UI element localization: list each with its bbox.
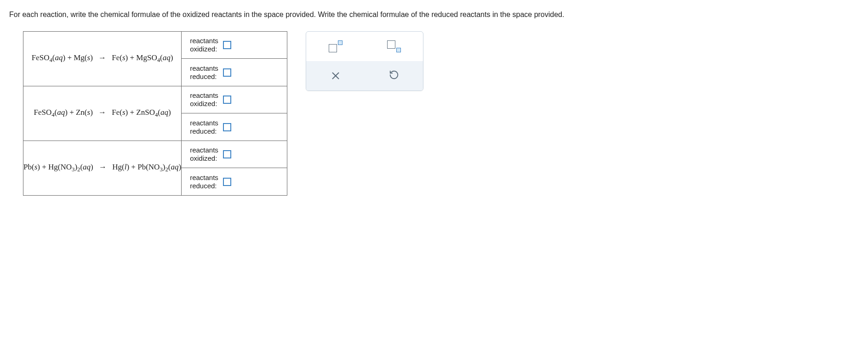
oxidized-label: reactantsoxidized: <box>190 146 218 163</box>
oxidized-label: reactantsoxidized: <box>190 91 218 108</box>
reduced-row: reactantsreduced: <box>182 168 287 195</box>
reaction-row: FeSO4(aq) + Mg(s) → Fe(s) + MgSO4(aq)rea… <box>23 32 287 86</box>
reduced-row: reactantsreduced: <box>182 113 287 141</box>
toolbox-row-top <box>306 32 423 61</box>
instructions-text: For each reaction, write the chemical fo… <box>9 9 859 20</box>
equation-cell: Pb(s) + Hg(NO3)2(aq) → Hg(l) + Pb(NO3)2(… <box>23 141 182 196</box>
reduced-label: reactantsreduced: <box>190 174 218 190</box>
oxidized-label: reactantsoxidized: <box>190 37 218 53</box>
reaction-row: FeSO4(aq) + Zn(s) → Fe(s) + ZnSO4(aq)rea… <box>23 86 287 141</box>
toolbox-row-bottom <box>306 61 423 90</box>
subscript-icon <box>387 40 401 52</box>
superscript-button[interactable] <box>306 32 365 61</box>
oxidized-row: reactantsoxidized: <box>182 32 287 59</box>
toolbox-panel <box>306 31 423 91</box>
superscript-icon <box>329 40 343 52</box>
reset-icon <box>389 70 399 82</box>
chemical-equation: FeSO4(aq) + Zn(s) → Fe(s) + ZnSO4(aq) <box>34 108 171 117</box>
answer-cell: reactantsoxidized:reactantsreduced: <box>182 86 287 141</box>
chemical-equation: FeSO4(aq) + Mg(s) → Fe(s) + MgSO4(aq) <box>32 53 173 62</box>
reduced-label: reactantsreduced: <box>190 119 218 135</box>
chemical-equation: Pb(s) + Hg(NO3)2(aq) → Hg(l) + Pb(NO3)2(… <box>23 163 181 171</box>
reduced-row: reactantsreduced: <box>182 59 287 86</box>
equation-cell: FeSO4(aq) + Mg(s) → Fe(s) + MgSO4(aq) <box>23 32 182 86</box>
reduced-input[interactable] <box>223 123 231 131</box>
reset-button[interactable] <box>365 61 423 90</box>
answer-cell: reactantsoxidized:reactantsreduced: <box>182 141 287 196</box>
oxidized-row: reactantsoxidized: <box>182 86 287 113</box>
clear-button[interactable] <box>306 61 365 90</box>
reactions-table: FeSO4(aq) + Mg(s) → Fe(s) + MgSO4(aq)rea… <box>23 31 287 196</box>
equation-cell: FeSO4(aq) + Zn(s) → Fe(s) + ZnSO4(aq) <box>23 86 182 141</box>
reaction-row: Pb(s) + Hg(NO3)2(aq) → Hg(l) + Pb(NO3)2(… <box>23 141 287 196</box>
content-row: FeSO4(aq) + Mg(s) → Fe(s) + MgSO4(aq)rea… <box>9 31 859 196</box>
answer-cell: reactantsoxidized:reactantsreduced: <box>182 32 287 86</box>
oxidized-input[interactable] <box>223 41 231 49</box>
reduced-input[interactable] <box>223 68 231 77</box>
reduced-input[interactable] <box>223 178 231 186</box>
oxidized-row: reactantsoxidized: <box>182 141 287 168</box>
reduced-label: reactantsreduced: <box>190 64 218 81</box>
subscript-button[interactable] <box>365 32 423 61</box>
oxidized-input[interactable] <box>223 150 231 158</box>
close-icon <box>331 72 340 80</box>
oxidized-input[interactable] <box>223 96 231 104</box>
